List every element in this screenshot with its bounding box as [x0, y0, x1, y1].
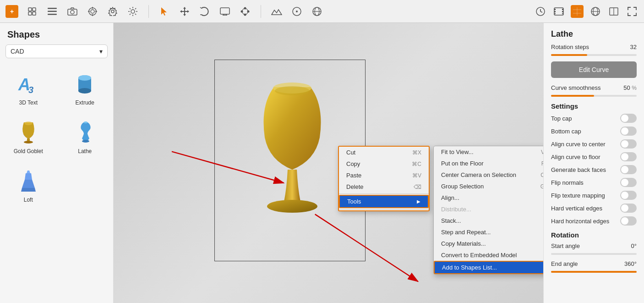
- globe-icon[interactable]: [589, 5, 602, 18]
- camera-icon[interactable]: [66, 5, 79, 18]
- hard-horizontal-toggle[interactable]: [620, 216, 637, 226]
- svg-rect-2: [28, 12, 32, 15]
- sub-stack-label: Stack...: [441, 217, 461, 224]
- settings-icon[interactable]: [106, 5, 119, 18]
- sun-icon[interactable]: [126, 5, 139, 18]
- curve-smoothness-row: Curve smoothness 50 %: [551, 84, 637, 91]
- svg-text:3: 3: [28, 85, 33, 95]
- svg-line-69: [172, 152, 284, 183]
- rotation-steps-slider[interactable]: [551, 54, 637, 56]
- shape-item-lathe[interactable]: Lathe: [57, 112, 114, 161]
- back-faces-toggle[interactable]: [620, 165, 637, 174]
- ctx-paste[interactable]: Paste ⌘V: [339, 170, 429, 181]
- ctx-copy-shortcut: ⌘C: [412, 161, 421, 167]
- flip-texture-toggle[interactable]: [620, 191, 637, 200]
- align-floor-toggle[interactable]: [620, 152, 637, 161]
- ctx-copy[interactable]: Copy ⌘C: [339, 158, 429, 170]
- end-angle-slider[interactable]: [551, 271, 637, 273]
- curve-smoothness-slider[interactable]: [551, 95, 637, 97]
- sub-put-floor-shortcut: F: [541, 160, 543, 167]
- main-content: Shapes CAD ▾ A 3 3D Text: [0, 23, 644, 303]
- sub-convert-embedded[interactable]: Convert to Embedded Model: [434, 249, 543, 261]
- rotation-steps-fill: [551, 54, 587, 56]
- nodes-tool[interactable]: [239, 5, 251, 18]
- sub-put-floor[interactable]: Put on the Floor F: [434, 158, 543, 169]
- sub-fit-view[interactable]: Fit to View... V: [434, 146, 543, 158]
- rotate-tool[interactable]: [198, 5, 211, 18]
- end-angle-label: End angle: [551, 260, 578, 267]
- sidebar-title: Shapes: [0, 23, 113, 44]
- window-icon[interactable]: [607, 5, 620, 18]
- ctx-delete[interactable]: Delete ⌫: [339, 181, 429, 193]
- expand-icon[interactable]: [626, 5, 639, 18]
- sub-convert-embedded-label: Convert to Embedded Model: [441, 252, 517, 259]
- svg-rect-3: [33, 12, 36, 15]
- sub-copy-materials[interactable]: Copy Materials...: [434, 238, 543, 249]
- shape-item-goldgoblet[interactable]: Gold Goblet: [0, 112, 57, 161]
- ctx-cut-label: Cut: [346, 149, 355, 156]
- start-angle-label: Start angle: [551, 242, 580, 249]
- film-icon[interactable]: [552, 5, 565, 18]
- end-angle-unit: °: [634, 260, 637, 267]
- svg-rect-5: [48, 11, 57, 12]
- rotation-steps-label: Rotation steps: [551, 44, 589, 50]
- start-angle-slider[interactable]: [551, 253, 637, 255]
- sub-group[interactable]: Group Selection G: [434, 181, 543, 192]
- app-icon[interactable]: +: [5, 5, 18, 18]
- sub-stack[interactable]: Stack...: [434, 215, 543, 226]
- hard-vertical-label: Hard vertical edges: [551, 205, 602, 212]
- shape-item-loft[interactable]: Loft: [0, 161, 57, 209]
- shape-label-extrude: Extrude: [76, 99, 94, 106]
- sub-step-repeat[interactable]: Step and Repeat...: [434, 226, 543, 238]
- curve-smoothness-slider-container[interactable]: [551, 95, 637, 97]
- menu-icon[interactable]: [46, 5, 59, 18]
- shape-item-3dtext[interactable]: A 3 3D Text: [0, 64, 57, 112]
- back-faces-label: Generate back faces: [551, 166, 606, 173]
- toolbar-sep-1: [148, 5, 149, 18]
- toggle-align-center: Align curve to center: [551, 139, 637, 149]
- circle-dot-tool[interactable]: [290, 5, 303, 18]
- terrain-tool[interactable]: [270, 5, 283, 18]
- top-cap-toggle[interactable]: [620, 114, 637, 123]
- dropdown-arrow-icon: ▾: [99, 48, 103, 55]
- sub-align[interactable]: Align...: [434, 192, 543, 204]
- shape-label-3dtext: 3D Text: [19, 99, 38, 106]
- move-tool[interactable]: [178, 5, 191, 18]
- category-dropdown[interactable]: CAD ▾: [5, 44, 108, 58]
- toggle-top-cap: Top cap: [551, 114, 637, 123]
- viewport[interactable]: Cut ⌘X Copy ⌘C Paste ⌘V Delete ⌫ Tools ▶: [114, 23, 543, 303]
- sub-add-shapes[interactable]: Add to Shapes List...: [434, 261, 543, 274]
- start-angle-slider-container[interactable]: [551, 253, 637, 255]
- toggle-flip-normals: Flip normals: [551, 178, 637, 187]
- sphere-tool[interactable]: [311, 5, 323, 18]
- screen-tool[interactable]: [218, 5, 231, 18]
- ctx-tools[interactable]: Tools ▶: [339, 195, 429, 208]
- bottom-cap-toggle[interactable]: [620, 127, 637, 136]
- hard-vertical-toggle[interactable]: [620, 204, 637, 213]
- svg-point-15: [111, 10, 114, 13]
- clock-icon[interactable]: [534, 5, 547, 18]
- align-center-toggle[interactable]: [620, 139, 637, 149]
- extrude-icon: [71, 70, 98, 98]
- shape-item-extrude[interactable]: Extrude: [57, 64, 114, 112]
- grid-icon[interactable]: [26, 5, 38, 18]
- ctx-delete-shortcut: ⌫: [414, 184, 421, 190]
- ctx-delete-label: Delete: [346, 183, 364, 190]
- edit-curve-button[interactable]: Edit Curve: [551, 61, 637, 78]
- svg-point-9: [89, 8, 96, 15]
- sub-center-camera[interactable]: Center Camera on Selection C: [434, 169, 543, 181]
- svg-rect-45: [562, 9, 563, 10]
- shapes-grid: A 3 3D Text Extrude: [0, 64, 113, 209]
- cursor-tool[interactable]: [158, 5, 171, 18]
- ctx-cut[interactable]: Cut ⌘X: [339, 147, 429, 158]
- flip-normals-toggle[interactable]: [620, 178, 637, 187]
- 3dtext-icon: A 3: [15, 70, 42, 98]
- cube-icon[interactable]: [571, 5, 584, 18]
- rotation-steps-slider-container[interactable]: [551, 54, 637, 56]
- end-angle-row: End angle 360°: [551, 260, 637, 267]
- end-angle-slider-container[interactable]: [551, 271, 637, 273]
- sub-group-label: Group Selection: [441, 183, 484, 190]
- shape-label-loft: Loft: [24, 197, 33, 203]
- target-icon[interactable]: [86, 5, 99, 18]
- flip-texture-label: Flip texture mapping: [551, 192, 605, 199]
